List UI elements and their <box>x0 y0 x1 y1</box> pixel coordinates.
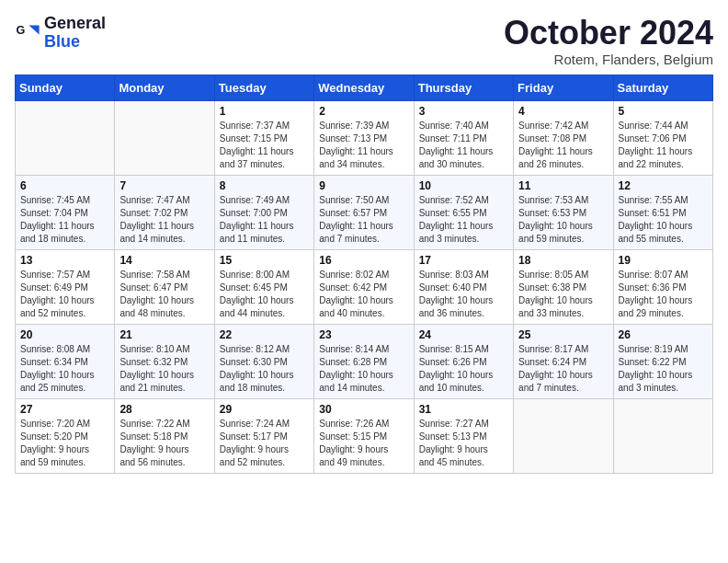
calendar-cell: 23Sunrise: 8:14 AM Sunset: 6:28 PM Dayli… <box>314 324 414 398</box>
calendar-cell: 31Sunrise: 7:27 AM Sunset: 5:13 PM Dayli… <box>414 398 513 473</box>
day-number: 4 <box>518 105 608 118</box>
day-number: 7 <box>119 179 209 192</box>
day-detail: Sunrise: 7:27 AM Sunset: 5:13 PM Dayligh… <box>419 418 508 469</box>
calendar-cell: 21Sunrise: 8:10 AM Sunset: 6:32 PM Dayli… <box>115 324 214 398</box>
day-number: 14 <box>119 254 209 267</box>
calendar-week-row: 20Sunrise: 8:08 AM Sunset: 6:34 PM Dayli… <box>16 324 713 398</box>
day-number: 24 <box>419 328 508 341</box>
day-detail: Sunrise: 7:26 AM Sunset: 5:15 PM Dayligh… <box>319 418 408 469</box>
calendar-cell: 25Sunrise: 8:17 AM Sunset: 6:24 PM Dayli… <box>514 324 613 398</box>
day-header-sunday: Sunday <box>16 75 115 100</box>
day-detail: Sunrise: 7:44 AM Sunset: 7:06 PM Dayligh… <box>619 120 708 171</box>
calendar-cell: 1Sunrise: 7:37 AM Sunset: 7:15 PM Daylig… <box>214 100 313 175</box>
day-detail: Sunrise: 8:07 AM Sunset: 6:36 PM Dayligh… <box>619 269 708 320</box>
calendar-cell: 7Sunrise: 7:47 AM Sunset: 7:02 PM Daylig… <box>115 175 214 249</box>
day-number: 6 <box>20 179 109 192</box>
calendar-cell <box>613 398 712 473</box>
calendar-table: SundayMondayTuesdayWednesdayThursdayFrid… <box>15 75 713 474</box>
day-number: 16 <box>319 254 408 267</box>
calendar-cell: 16Sunrise: 8:02 AM Sunset: 6:42 PM Dayli… <box>314 249 414 324</box>
day-detail: Sunrise: 8:02 AM Sunset: 6:42 PM Dayligh… <box>319 269 408 320</box>
day-number: 29 <box>220 403 309 416</box>
logo: G General Blue <box>15 15 106 52</box>
day-header-monday: Monday <box>115 75 214 100</box>
day-detail: Sunrise: 7:47 AM Sunset: 7:02 PM Dayligh… <box>119 194 209 246</box>
day-number: 22 <box>220 328 309 341</box>
calendar-cell: 24Sunrise: 8:15 AM Sunset: 6:26 PM Dayli… <box>414 324 513 398</box>
day-number: 13 <box>20 254 109 267</box>
calendar-cell: 14Sunrise: 7:58 AM Sunset: 6:47 PM Dayli… <box>115 249 214 324</box>
day-detail: Sunrise: 7:45 AM Sunset: 7:04 PM Dayligh… <box>20 194 109 246</box>
day-detail: Sunrise: 8:10 AM Sunset: 6:32 PM Dayligh… <box>119 343 209 395</box>
day-header-thursday: Thursday <box>414 75 513 100</box>
day-detail: Sunrise: 7:49 AM Sunset: 7:00 PM Dayligh… <box>220 194 309 246</box>
calendar-cell: 20Sunrise: 8:08 AM Sunset: 6:34 PM Dayli… <box>16 324 115 398</box>
calendar-cell: 5Sunrise: 7:44 AM Sunset: 7:06 PM Daylig… <box>613 100 712 175</box>
calendar-cell: 28Sunrise: 7:22 AM Sunset: 5:18 PM Dayli… <box>115 398 214 473</box>
calendar-cell <box>115 100 214 175</box>
day-detail: Sunrise: 7:40 AM Sunset: 7:11 PM Dayligh… <box>419 120 508 171</box>
calendar-header-row: SundayMondayTuesdayWednesdayThursdayFrid… <box>16 75 713 100</box>
day-detail: Sunrise: 8:15 AM Sunset: 6:26 PM Dayligh… <box>419 343 508 395</box>
calendar-cell: 27Sunrise: 7:20 AM Sunset: 5:20 PM Dayli… <box>16 398 115 473</box>
day-number: 9 <box>319 179 408 192</box>
page-header: G General Blue October 2024 Rotem, Fland… <box>15 15 713 67</box>
day-detail: Sunrise: 8:05 AM Sunset: 6:38 PM Dayligh… <box>518 269 608 320</box>
day-detail: Sunrise: 7:42 AM Sunset: 7:08 PM Dayligh… <box>518 120 608 171</box>
day-number: 1 <box>220 105 309 118</box>
calendar-week-row: 6Sunrise: 7:45 AM Sunset: 7:04 PM Daylig… <box>16 175 713 249</box>
calendar-cell: 19Sunrise: 8:07 AM Sunset: 6:36 PM Dayli… <box>613 249 712 324</box>
day-header-saturday: Saturday <box>613 75 712 100</box>
logo-icon: G <box>15 20 40 46</box>
day-detail: Sunrise: 7:50 AM Sunset: 6:57 PM Dayligh… <box>319 194 408 246</box>
day-detail: Sunrise: 7:55 AM Sunset: 6:51 PM Dayligh… <box>619 194 708 246</box>
calendar-cell: 8Sunrise: 7:49 AM Sunset: 7:00 PM Daylig… <box>214 175 313 249</box>
calendar-cell <box>514 398 613 473</box>
day-header-friday: Friday <box>514 75 613 100</box>
day-detail: Sunrise: 8:14 AM Sunset: 6:28 PM Dayligh… <box>319 343 408 395</box>
day-number: 18 <box>518 254 608 267</box>
day-number: 27 <box>20 403 109 416</box>
day-header-wednesday: Wednesday <box>314 75 414 100</box>
calendar-week-row: 27Sunrise: 7:20 AM Sunset: 5:20 PM Dayli… <box>16 398 713 473</box>
calendar-cell: 4Sunrise: 7:42 AM Sunset: 7:08 PM Daylig… <box>514 100 613 175</box>
calendar-cell: 11Sunrise: 7:53 AM Sunset: 6:53 PM Dayli… <box>514 175 613 249</box>
location: Rotem, Flanders, Belgium <box>504 52 713 67</box>
day-number: 26 <box>619 328 708 341</box>
calendar-cell: 13Sunrise: 7:57 AM Sunset: 6:49 PM Dayli… <box>16 249 115 324</box>
logo-text: General Blue <box>44 15 106 52</box>
day-detail: Sunrise: 7:20 AM Sunset: 5:20 PM Dayligh… <box>20 418 109 469</box>
day-header-tuesday: Tuesday <box>214 75 313 100</box>
month-title: October 2024 <box>504 15 713 52</box>
day-number: 5 <box>619 105 708 118</box>
calendar-cell: 6Sunrise: 7:45 AM Sunset: 7:04 PM Daylig… <box>16 175 115 249</box>
day-number: 20 <box>20 328 109 341</box>
calendar-cell: 26Sunrise: 8:19 AM Sunset: 6:22 PM Dayli… <box>613 324 712 398</box>
day-detail: Sunrise: 8:00 AM Sunset: 6:45 PM Dayligh… <box>220 269 309 320</box>
day-number: 21 <box>119 328 209 341</box>
day-detail: Sunrise: 8:03 AM Sunset: 6:40 PM Dayligh… <box>419 269 508 320</box>
calendar-week-row: 13Sunrise: 7:57 AM Sunset: 6:49 PM Dayli… <box>16 249 713 324</box>
svg-marker-1 <box>28 25 39 34</box>
day-number: 25 <box>518 328 608 341</box>
day-detail: Sunrise: 7:53 AM Sunset: 6:53 PM Dayligh… <box>518 194 608 246</box>
day-detail: Sunrise: 8:17 AM Sunset: 6:24 PM Dayligh… <box>518 343 608 395</box>
calendar-week-row: 1Sunrise: 7:37 AM Sunset: 7:15 PM Daylig… <box>16 100 713 175</box>
day-number: 8 <box>220 179 309 192</box>
day-number: 10 <box>419 179 508 192</box>
calendar-cell: 12Sunrise: 7:55 AM Sunset: 6:51 PM Dayli… <box>613 175 712 249</box>
calendar-cell: 18Sunrise: 8:05 AM Sunset: 6:38 PM Dayli… <box>514 249 613 324</box>
calendar-cell <box>16 100 115 175</box>
title-area: October 2024 Rotem, Flanders, Belgium <box>504 15 713 67</box>
day-detail: Sunrise: 8:08 AM Sunset: 6:34 PM Dayligh… <box>20 343 109 395</box>
calendar-cell: 9Sunrise: 7:50 AM Sunset: 6:57 PM Daylig… <box>314 175 414 249</box>
calendar-cell: 17Sunrise: 8:03 AM Sunset: 6:40 PM Dayli… <box>414 249 513 324</box>
day-detail: Sunrise: 7:24 AM Sunset: 5:17 PM Dayligh… <box>220 418 309 469</box>
day-detail: Sunrise: 7:58 AM Sunset: 6:47 PM Dayligh… <box>119 269 209 320</box>
day-number: 30 <box>319 403 408 416</box>
day-detail: Sunrise: 7:39 AM Sunset: 7:13 PM Dayligh… <box>319 120 408 171</box>
day-detail: Sunrise: 8:19 AM Sunset: 6:22 PM Dayligh… <box>619 343 708 395</box>
calendar-cell: 29Sunrise: 7:24 AM Sunset: 5:17 PM Dayli… <box>214 398 313 473</box>
calendar-cell: 22Sunrise: 8:12 AM Sunset: 6:30 PM Dayli… <box>214 324 313 398</box>
svg-text:G: G <box>16 24 25 37</box>
